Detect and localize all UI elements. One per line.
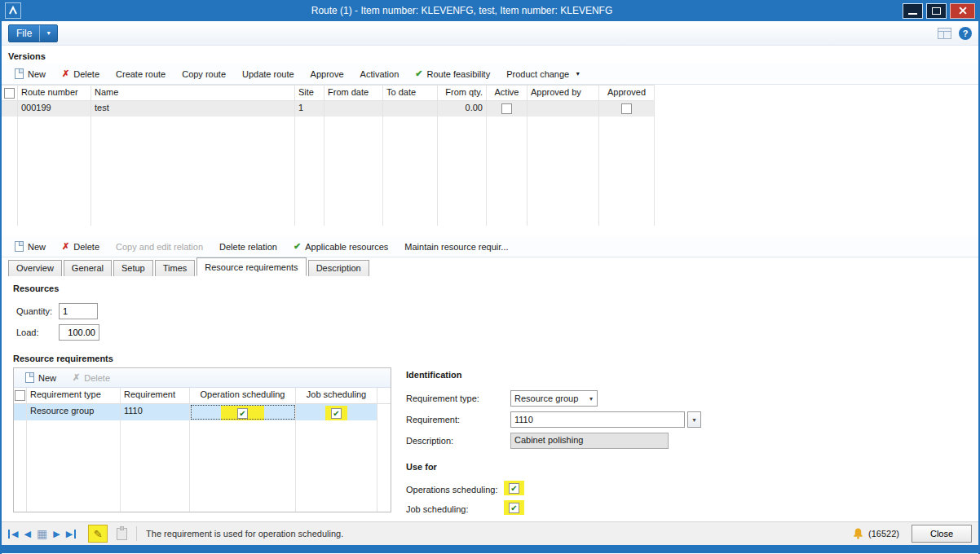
create-route-button[interactable]: Create route <box>108 67 174 81</box>
cell-route-number[interactable]: 000199 <box>18 101 91 117</box>
column-header-job-scheduling[interactable]: Job scheduling <box>296 388 377 404</box>
tab-general[interactable]: General <box>64 260 112 276</box>
close-button[interactable]: Close <box>912 525 972 543</box>
last-record-button[interactable]: ▶ <box>66 530 76 539</box>
status-message: The requirement is used for operation sc… <box>146 529 846 539</box>
table-row[interactable]: Resource group 1110 <box>14 404 391 420</box>
cell-from-qty[interactable]: 0.00 <box>438 101 487 117</box>
column-header-requirement[interactable]: Requirement <box>121 388 190 404</box>
quantity-input[interactable] <box>59 303 98 319</box>
description-label: Description: <box>406 436 453 446</box>
cell-requirement[interactable]: 1110 <box>121 404 190 420</box>
relation-delete-button[interactable]: ✗ Delete <box>54 239 108 254</box>
column-header-operation-scheduling[interactable]: Operation scheduling <box>190 388 296 404</box>
versions-grid: Route number Name Site From date To date… <box>2 85 978 226</box>
view-layout-icon[interactable] <box>938 28 951 39</box>
operation-scheduling-checkbox[interactable] <box>237 408 248 419</box>
load-label: Load: <box>16 328 39 337</box>
delete-icon: ✗ <box>62 241 69 252</box>
tab-setup[interactable]: Setup <box>113 260 153 276</box>
active-checkbox[interactable] <box>501 103 512 114</box>
requirement-input[interactable]: 1110 <box>510 411 685 428</box>
new-button[interactable]: New <box>7 66 54 81</box>
approve-button[interactable]: Approve <box>302 67 352 81</box>
resource-requirements-grid-panel: New ✗ Delete Requirement type Requiremen… <box>13 367 391 512</box>
select-all-cell <box>2 85 18 101</box>
window-bottom-border <box>2 545 978 553</box>
job-scheduling-checkbox[interactable] <box>331 408 342 419</box>
maintain-resource-requirements-button[interactable]: Maintain resource requir... <box>396 240 516 254</box>
column-header-from-qty[interactable]: From qty. <box>438 85 487 101</box>
copy-and-edit-relation-button[interactable]: Copy and edit relation <box>108 240 211 254</box>
cell-requirement-type[interactable]: Resource group <box>27 404 121 420</box>
job-scheduling-label: Job scheduling: <box>406 504 468 514</box>
column-header-active[interactable]: Active <box>487 85 528 101</box>
operations-scheduling-checkbox[interactable] <box>509 483 519 494</box>
file-menu-button[interactable]: File ▼ <box>8 24 58 42</box>
applicable-resources-icon: ✔ <box>294 241 301 252</box>
first-record-button[interactable]: ◀ <box>8 530 18 539</box>
previous-record-button[interactable]: ◀ <box>24 530 30 539</box>
help-icon[interactable]: ? <box>959 27 972 40</box>
maximize-button[interactable] <box>926 3 947 19</box>
update-route-button[interactable]: Update route <box>234 67 302 81</box>
column-header-site[interactable]: Site <box>295 85 324 101</box>
cell-to-date[interactable] <box>383 101 438 117</box>
column-header-approved-by[interactable]: Approved by <box>528 85 599 101</box>
delete-button[interactable]: ✗ Delete <box>54 66 108 81</box>
cell-from-date[interactable] <box>324 101 383 117</box>
column-header-from-date[interactable]: From date <box>324 85 383 101</box>
tab-strip: Overview General Setup Times Resource re… <box>2 257 978 276</box>
notification-bell-icon[interactable] <box>852 527 864 540</box>
cell-approved <box>599 101 655 117</box>
title-bar: Route (1) - Item number: KLEVENFG, test,… <box>2 0 978 21</box>
applicable-resources-button[interactable]: ✔ Applicable resources <box>285 239 396 254</box>
product-change-caret-icon: ▼ <box>575 71 580 77</box>
column-header-requirement-type[interactable]: Requirement type <box>27 388 121 404</box>
column-header-approved[interactable]: Approved <box>599 85 655 101</box>
cell-name[interactable]: test <box>91 101 295 117</box>
table-row[interactable]: 000199 test 1 0.00 <box>2 101 978 117</box>
select-all-checkbox[interactable] <box>15 390 25 401</box>
tab-resource-requirements[interactable]: Resource requirements <box>196 257 306 276</box>
job-scheduling-usefor-checkbox[interactable] <box>509 503 519 513</box>
delete-relation-button[interactable]: Delete relation <box>211 240 285 254</box>
notification-count[interactable]: (16522) <box>868 529 899 539</box>
product-change-button[interactable]: Product change ▼ <box>498 67 589 81</box>
tab-description[interactable]: Description <box>308 260 369 276</box>
chevron-down-icon: ▾ <box>585 395 597 402</box>
tab-overview[interactable]: Overview <box>8 260 62 276</box>
minimize-button[interactable] <box>903 3 923 19</box>
row-selector-cell[interactable] <box>14 404 27 420</box>
select-all-checkbox[interactable] <box>4 88 15 99</box>
next-record-button[interactable]: ▶ <box>53 530 60 539</box>
grid-empty-area <box>2 117 978 226</box>
relation-new-button[interactable]: New <box>7 239 54 254</box>
requirements-grid-header: Requirement type Requirement Operation s… <box>14 388 391 404</box>
column-header-to-date[interactable]: To date <box>383 85 438 101</box>
paste-icon[interactable] <box>117 528 127 540</box>
approved-checkbox[interactable] <box>621 103 632 114</box>
requirement-lookup-button[interactable]: ▾ <box>687 411 701 428</box>
close-window-button[interactable] <box>950 3 975 19</box>
activation-button[interactable]: Activation <box>352 67 408 81</box>
menu-bar: File ▼ ? <box>2 21 978 46</box>
edit-record-button[interactable]: ✎ <box>88 525 108 543</box>
column-header-route-number[interactable]: Route number <box>18 85 91 101</box>
tab-times[interactable]: Times <box>155 260 196 276</box>
grid-view-icon[interactable]: ▦ <box>37 528 47 539</box>
column-header-name[interactable]: Name <box>91 85 295 101</box>
cell-job-scheduling <box>296 404 377 420</box>
load-input[interactable] <box>59 324 99 341</box>
cell-approved-by[interactable] <box>528 101 599 117</box>
requirement-type-select[interactable]: Resource group ▾ <box>510 390 598 407</box>
copy-route-button[interactable]: Copy route <box>174 67 234 81</box>
requirement-label: Requirement: <box>406 415 460 424</box>
row-selector-cell[interactable] <box>2 101 18 117</box>
cell-site[interactable]: 1 <box>295 101 324 117</box>
highlight-annotation <box>221 406 264 420</box>
requirement-new-button[interactable]: New <box>17 370 64 385</box>
requirement-delete-button[interactable]: ✗ Delete <box>64 370 118 385</box>
route-feasibility-button[interactable]: ✔ Route feasibility <box>407 66 498 81</box>
requirements-toolbar: New ✗ Delete <box>14 368 391 388</box>
